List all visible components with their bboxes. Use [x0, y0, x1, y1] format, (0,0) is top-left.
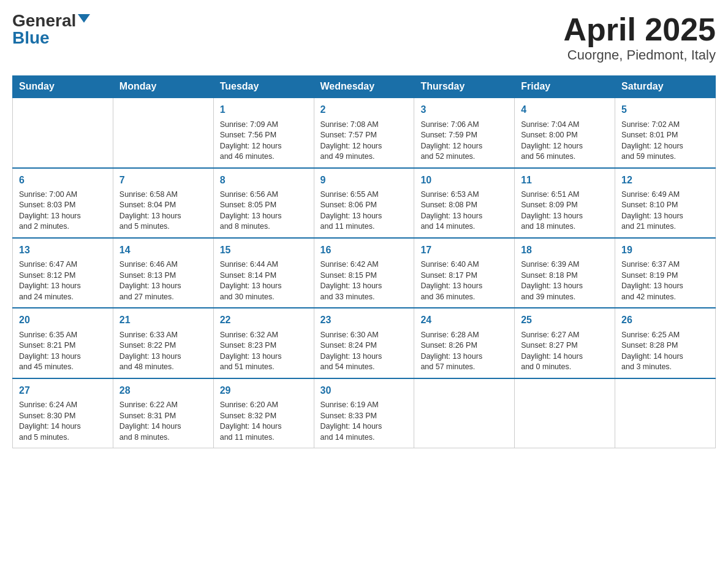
calendar-cell: 21Sunrise: 6:33 AMSunset: 8:22 PMDayligh… — [113, 308, 213, 378]
col-header-wednesday: Wednesday — [314, 76, 414, 98]
calendar-cell: 13Sunrise: 6:47 AMSunset: 8:12 PMDayligh… — [13, 238, 113, 308]
day-number: 16 — [320, 243, 408, 257]
day-info: Sunrise: 6:32 AMSunset: 8:23 PMDaylight:… — [220, 330, 308, 373]
day-info: Sunrise: 6:55 AMSunset: 8:06 PMDaylight:… — [320, 190, 408, 232]
calendar-cell: 30Sunrise: 6:19 AMSunset: 8:33 PMDayligh… — [314, 378, 414, 448]
calendar-cell: 2Sunrise: 7:08 AMSunset: 7:57 PMDaylight… — [314, 98, 414, 167]
day-number: 27 — [19, 384, 107, 397]
calendar-cell: 18Sunrise: 6:39 AMSunset: 8:18 PMDayligh… — [515, 238, 615, 308]
day-info: Sunrise: 6:19 AMSunset: 8:33 PMDaylight:… — [320, 400, 408, 443]
col-header-thursday: Thursday — [414, 76, 515, 98]
col-header-tuesday: Tuesday — [213, 76, 314, 98]
day-info: Sunrise: 6:35 AMSunset: 8:21 PMDaylight:… — [19, 330, 107, 373]
day-number: 25 — [521, 313, 609, 327]
calendar-cell: 26Sunrise: 6:25 AMSunset: 8:28 PMDayligh… — [615, 308, 716, 378]
calendar-cell: 12Sunrise: 6:49 AMSunset: 8:10 PMDayligh… — [615, 168, 716, 238]
calendar-cell: 20Sunrise: 6:35 AMSunset: 8:21 PMDayligh… — [13, 308, 113, 378]
week-row-2: 6Sunrise: 7:00 AMSunset: 8:03 PMDaylight… — [13, 168, 716, 238]
day-info: Sunrise: 7:04 AMSunset: 8:00 PMDaylight:… — [521, 120, 609, 163]
calendar-cell: 22Sunrise: 6:32 AMSunset: 8:23 PMDayligh… — [213, 308, 314, 378]
calendar-cell — [113, 98, 213, 167]
day-number: 12 — [621, 174, 709, 187]
calendar-cell — [13, 98, 113, 167]
calendar-cell: 14Sunrise: 6:46 AMSunset: 8:13 PMDayligh… — [113, 238, 213, 308]
logo: General Blue — [12, 12, 90, 47]
day-number: 1 — [220, 103, 308, 117]
day-number: 17 — [420, 243, 508, 257]
week-row-4: 20Sunrise: 6:35 AMSunset: 8:21 PMDayligh… — [13, 308, 716, 378]
day-info: Sunrise: 6:22 AMSunset: 8:31 PMDaylight:… — [119, 400, 207, 443]
calendar-cell: 1Sunrise: 7:09 AMSunset: 7:56 PMDaylight… — [213, 98, 314, 167]
calendar-table: SundayMondayTuesdayWednesdayThursdayFrid… — [12, 75, 716, 448]
calendar-cell: 11Sunrise: 6:51 AMSunset: 8:09 PMDayligh… — [515, 168, 615, 238]
day-info: Sunrise: 6:53 AMSunset: 8:08 PMDaylight:… — [420, 190, 508, 232]
day-info: Sunrise: 6:47 AMSunset: 8:12 PMDaylight:… — [19, 259, 107, 302]
calendar-cell: 27Sunrise: 6:24 AMSunset: 8:30 PMDayligh… — [13, 378, 113, 448]
day-number: 23 — [320, 313, 408, 327]
day-number: 22 — [220, 313, 308, 327]
week-row-1: 1Sunrise: 7:09 AMSunset: 7:56 PMDaylight… — [13, 98, 716, 167]
day-number: 21 — [119, 313, 207, 327]
calendar-cell: 6Sunrise: 7:00 AMSunset: 8:03 PMDaylight… — [13, 168, 113, 238]
day-number: 7 — [119, 174, 207, 187]
day-number: 13 — [19, 243, 107, 257]
day-number: 14 — [119, 243, 207, 257]
day-number: 19 — [621, 243, 709, 257]
week-row-5: 27Sunrise: 6:24 AMSunset: 8:30 PMDayligh… — [13, 378, 716, 448]
day-number: 3 — [420, 103, 508, 117]
week-row-3: 13Sunrise: 6:47 AMSunset: 8:12 PMDayligh… — [13, 238, 716, 308]
day-info: Sunrise: 6:56 AMSunset: 8:05 PMDaylight:… — [220, 190, 308, 232]
day-number: 6 — [19, 174, 107, 187]
day-number: 10 — [420, 174, 508, 187]
calendar-cell: 10Sunrise: 6:53 AMSunset: 8:08 PMDayligh… — [414, 168, 515, 238]
calendar-cell: 25Sunrise: 6:27 AMSunset: 8:27 PMDayligh… — [515, 308, 615, 378]
calendar-cell: 3Sunrise: 7:06 AMSunset: 7:59 PMDaylight… — [414, 98, 515, 167]
day-info: Sunrise: 6:28 AMSunset: 8:26 PMDaylight:… — [420, 330, 508, 373]
day-info: Sunrise: 6:49 AMSunset: 8:10 PMDaylight:… — [621, 190, 709, 232]
day-number: 5 — [621, 103, 709, 117]
day-info: Sunrise: 6:39 AMSunset: 8:18 PMDaylight:… — [521, 259, 609, 302]
calendar-header-row: SundayMondayTuesdayWednesdayThursdayFrid… — [13, 76, 716, 98]
calendar-cell: 23Sunrise: 6:30 AMSunset: 8:24 PMDayligh… — [314, 308, 414, 378]
col-header-sunday: Sunday — [13, 76, 113, 98]
page-header: General Blue April 2025 Cuorgne, Piedmon… — [12, 12, 716, 63]
day-number: 20 — [19, 313, 107, 327]
calendar-cell: 24Sunrise: 6:28 AMSunset: 8:26 PMDayligh… — [414, 308, 515, 378]
calendar-cell: 9Sunrise: 6:55 AMSunset: 8:06 PMDaylight… — [314, 168, 414, 238]
col-header-monday: Monday — [113, 76, 213, 98]
day-number: 4 — [521, 103, 609, 117]
day-info: Sunrise: 6:51 AMSunset: 8:09 PMDaylight:… — [521, 190, 609, 232]
col-header-friday: Friday — [515, 76, 615, 98]
col-header-saturday: Saturday — [615, 76, 716, 98]
day-number: 15 — [220, 243, 308, 257]
logo-general-text: General — [12, 12, 76, 29]
day-info: Sunrise: 6:37 AMSunset: 8:19 PMDaylight:… — [621, 259, 709, 302]
day-number: 26 — [621, 313, 709, 327]
title-block: April 2025 Cuorgne, Piedmont, Italy — [563, 12, 716, 63]
calendar-cell — [615, 378, 716, 448]
day-info: Sunrise: 6:42 AMSunset: 8:15 PMDaylight:… — [320, 259, 408, 302]
calendar-cell: 4Sunrise: 7:04 AMSunset: 8:00 PMDaylight… — [515, 98, 615, 167]
calendar-cell: 17Sunrise: 6:40 AMSunset: 8:17 PMDayligh… — [414, 238, 515, 308]
day-info: Sunrise: 7:08 AMSunset: 7:57 PMDaylight:… — [320, 120, 408, 163]
day-info: Sunrise: 7:06 AMSunset: 7:59 PMDaylight:… — [420, 120, 508, 163]
day-info: Sunrise: 6:27 AMSunset: 8:27 PMDaylight:… — [521, 330, 609, 373]
calendar-cell: 8Sunrise: 6:56 AMSunset: 8:05 PMDaylight… — [213, 168, 314, 238]
day-number: 24 — [420, 313, 508, 327]
calendar-cell — [414, 378, 515, 448]
day-info: Sunrise: 6:44 AMSunset: 8:14 PMDaylight:… — [220, 259, 308, 302]
day-number: 11 — [521, 174, 609, 187]
day-info: Sunrise: 6:40 AMSunset: 8:17 PMDaylight:… — [420, 259, 508, 302]
calendar-cell: 28Sunrise: 6:22 AMSunset: 8:31 PMDayligh… — [113, 378, 213, 448]
calendar-subtitle: Cuorgne, Piedmont, Italy — [563, 47, 716, 63]
calendar-cell: 5Sunrise: 7:02 AMSunset: 8:01 PMDaylight… — [615, 98, 716, 167]
day-info: Sunrise: 6:20 AMSunset: 8:32 PMDaylight:… — [220, 400, 308, 443]
calendar-cell — [515, 378, 615, 448]
calendar-title: April 2025 — [563, 12, 716, 47]
day-info: Sunrise: 6:33 AMSunset: 8:22 PMDaylight:… — [119, 330, 207, 373]
day-info: Sunrise: 6:24 AMSunset: 8:30 PMDaylight:… — [19, 400, 107, 443]
day-number: 28 — [119, 384, 207, 397]
day-info: Sunrise: 7:02 AMSunset: 8:01 PMDaylight:… — [621, 120, 709, 163]
day-number: 2 — [320, 103, 408, 117]
calendar-cell: 19Sunrise: 6:37 AMSunset: 8:19 PMDayligh… — [615, 238, 716, 308]
